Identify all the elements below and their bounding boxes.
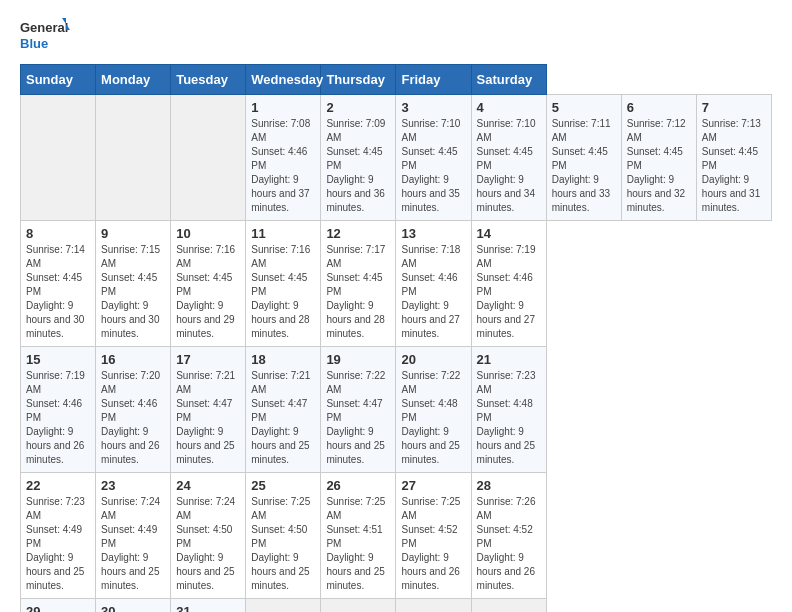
- calendar-day-cell: 19Sunrise: 7:22 AMSunset: 4:47 PMDayligh…: [321, 347, 396, 473]
- calendar-day-cell: 18Sunrise: 7:21 AMSunset: 4:47 PMDayligh…: [246, 347, 321, 473]
- day-number: 2: [326, 100, 390, 115]
- day-info: Sunrise: 7:22 AMSunset: 4:48 PMDaylight:…: [401, 369, 465, 467]
- calendar-day-cell: 2Sunrise: 7:09 AMSunset: 4:45 PMDaylight…: [321, 95, 396, 221]
- calendar-week-row: 15Sunrise: 7:19 AMSunset: 4:46 PMDayligh…: [21, 347, 772, 473]
- day-number: 22: [26, 478, 90, 493]
- calendar-day-cell: 14Sunrise: 7:19 AMSunset: 4:46 PMDayligh…: [471, 221, 546, 347]
- day-info: Sunrise: 7:25 AMSunset: 4:52 PMDaylight:…: [401, 495, 465, 593]
- column-header-monday: Monday: [96, 65, 171, 95]
- day-number: 18: [251, 352, 315, 367]
- svg-text:Blue: Blue: [20, 36, 48, 51]
- day-number: 5: [552, 100, 616, 115]
- column-header-saturday: Saturday: [471, 65, 546, 95]
- day-number: 17: [176, 352, 240, 367]
- calendar-day-cell: 25Sunrise: 7:25 AMSunset: 4:50 PMDayligh…: [246, 473, 321, 599]
- calendar-day-cell: 8Sunrise: 7:14 AMSunset: 4:45 PMDaylight…: [21, 221, 96, 347]
- calendar-day-cell: [321, 599, 396, 613]
- calendar-day-cell: [171, 95, 246, 221]
- day-info: Sunrise: 7:22 AMSunset: 4:47 PMDaylight:…: [326, 369, 390, 467]
- calendar-day-cell: 11Sunrise: 7:16 AMSunset: 4:45 PMDayligh…: [246, 221, 321, 347]
- calendar-day-cell: 3Sunrise: 7:10 AMSunset: 4:45 PMDaylight…: [396, 95, 471, 221]
- day-number: 20: [401, 352, 465, 367]
- day-info: Sunrise: 7:23 AMSunset: 4:48 PMDaylight:…: [477, 369, 541, 467]
- column-header-sunday: Sunday: [21, 65, 96, 95]
- day-number: 25: [251, 478, 315, 493]
- day-info: Sunrise: 7:10 AMSunset: 4:45 PMDaylight:…: [477, 117, 541, 215]
- calendar-day-cell: 5Sunrise: 7:11 AMSunset: 4:45 PMDaylight…: [546, 95, 621, 221]
- calendar-day-cell: 20Sunrise: 7:22 AMSunset: 4:48 PMDayligh…: [396, 347, 471, 473]
- column-header-wednesday: Wednesday: [246, 65, 321, 95]
- day-info: Sunrise: 7:26 AMSunset: 4:52 PMDaylight:…: [477, 495, 541, 593]
- calendar-day-cell: 6Sunrise: 7:12 AMSunset: 4:45 PMDaylight…: [621, 95, 696, 221]
- day-info: Sunrise: 7:10 AMSunset: 4:45 PMDaylight:…: [401, 117, 465, 215]
- logo: General Blue: [20, 16, 70, 56]
- calendar-table: SundayMondayTuesdayWednesdayThursdayFrid…: [20, 64, 772, 612]
- day-number: 9: [101, 226, 165, 241]
- logo-svg: General Blue: [20, 16, 70, 56]
- day-number: 11: [251, 226, 315, 241]
- calendar-day-cell: [246, 599, 321, 613]
- day-number: 15: [26, 352, 90, 367]
- day-info: Sunrise: 7:14 AMSunset: 4:45 PMDaylight:…: [26, 243, 90, 341]
- calendar-day-cell: 12Sunrise: 7:17 AMSunset: 4:45 PMDayligh…: [321, 221, 396, 347]
- day-number: 26: [326, 478, 390, 493]
- calendar-day-cell: 24Sunrise: 7:24 AMSunset: 4:50 PMDayligh…: [171, 473, 246, 599]
- day-info: Sunrise: 7:24 AMSunset: 4:50 PMDaylight:…: [176, 495, 240, 593]
- calendar-week-row: 22Sunrise: 7:23 AMSunset: 4:49 PMDayligh…: [21, 473, 772, 599]
- day-info: Sunrise: 7:23 AMSunset: 4:49 PMDaylight:…: [26, 495, 90, 593]
- svg-text:General: General: [20, 20, 68, 35]
- day-number: 23: [101, 478, 165, 493]
- calendar-day-cell: 30Sunrise: 7:26 AMSunset: 4:54 PMDayligh…: [96, 599, 171, 613]
- day-info: Sunrise: 7:25 AMSunset: 4:51 PMDaylight:…: [326, 495, 390, 593]
- day-info: Sunrise: 7:08 AMSunset: 4:46 PMDaylight:…: [251, 117, 315, 215]
- day-info: Sunrise: 7:17 AMSunset: 4:45 PMDaylight:…: [326, 243, 390, 341]
- day-number: 13: [401, 226, 465, 241]
- day-number: 31: [176, 604, 240, 612]
- day-info: Sunrise: 7:13 AMSunset: 4:45 PMDaylight:…: [702, 117, 766, 215]
- calendar-week-row: 29Sunrise: 7:26 AMSunset: 4:53 PMDayligh…: [21, 599, 772, 613]
- calendar-day-cell: 26Sunrise: 7:25 AMSunset: 4:51 PMDayligh…: [321, 473, 396, 599]
- day-info: Sunrise: 7:11 AMSunset: 4:45 PMDaylight:…: [552, 117, 616, 215]
- column-header-tuesday: Tuesday: [171, 65, 246, 95]
- day-number: 12: [326, 226, 390, 241]
- calendar-day-cell: 13Sunrise: 7:18 AMSunset: 4:46 PMDayligh…: [396, 221, 471, 347]
- header: General Blue: [20, 16, 772, 56]
- day-number: 27: [401, 478, 465, 493]
- calendar-week-row: 1Sunrise: 7:08 AMSunset: 4:46 PMDaylight…: [21, 95, 772, 221]
- day-info: Sunrise: 7:18 AMSunset: 4:46 PMDaylight:…: [401, 243, 465, 341]
- calendar-day-cell: 28Sunrise: 7:26 AMSunset: 4:52 PMDayligh…: [471, 473, 546, 599]
- calendar-day-cell: 23Sunrise: 7:24 AMSunset: 4:49 PMDayligh…: [96, 473, 171, 599]
- calendar-day-cell: 29Sunrise: 7:26 AMSunset: 4:53 PMDayligh…: [21, 599, 96, 613]
- calendar-day-cell: 21Sunrise: 7:23 AMSunset: 4:48 PMDayligh…: [471, 347, 546, 473]
- day-info: Sunrise: 7:16 AMSunset: 4:45 PMDaylight:…: [176, 243, 240, 341]
- day-number: 14: [477, 226, 541, 241]
- day-number: 30: [101, 604, 165, 612]
- calendar-day-cell: 4Sunrise: 7:10 AMSunset: 4:45 PMDaylight…: [471, 95, 546, 221]
- day-number: 1: [251, 100, 315, 115]
- day-number: 24: [176, 478, 240, 493]
- calendar-day-cell: 9Sunrise: 7:15 AMSunset: 4:45 PMDaylight…: [96, 221, 171, 347]
- calendar-day-cell: 1Sunrise: 7:08 AMSunset: 4:46 PMDaylight…: [246, 95, 321, 221]
- day-number: 29: [26, 604, 90, 612]
- day-number: 16: [101, 352, 165, 367]
- day-info: Sunrise: 7:21 AMSunset: 4:47 PMDaylight:…: [251, 369, 315, 467]
- day-info: Sunrise: 7:12 AMSunset: 4:45 PMDaylight:…: [627, 117, 691, 215]
- calendar-day-cell: [96, 95, 171, 221]
- day-number: 6: [627, 100, 691, 115]
- calendar-day-cell: 31Sunrise: 7:26 AMSunset: 4:55 PMDayligh…: [171, 599, 246, 613]
- calendar-day-cell: [471, 599, 546, 613]
- day-info: Sunrise: 7:19 AMSunset: 4:46 PMDaylight:…: [477, 243, 541, 341]
- day-info: Sunrise: 7:24 AMSunset: 4:49 PMDaylight:…: [101, 495, 165, 593]
- calendar-day-cell: 15Sunrise: 7:19 AMSunset: 4:46 PMDayligh…: [21, 347, 96, 473]
- day-info: Sunrise: 7:21 AMSunset: 4:47 PMDaylight:…: [176, 369, 240, 467]
- calendar-day-cell: [396, 599, 471, 613]
- calendar-week-row: 8Sunrise: 7:14 AMSunset: 4:45 PMDaylight…: [21, 221, 772, 347]
- calendar-day-cell: 16Sunrise: 7:20 AMSunset: 4:46 PMDayligh…: [96, 347, 171, 473]
- day-number: 3: [401, 100, 465, 115]
- calendar-day-cell: 27Sunrise: 7:25 AMSunset: 4:52 PMDayligh…: [396, 473, 471, 599]
- day-info: Sunrise: 7:16 AMSunset: 4:45 PMDaylight:…: [251, 243, 315, 341]
- day-number: 21: [477, 352, 541, 367]
- calendar-day-cell: 7Sunrise: 7:13 AMSunset: 4:45 PMDaylight…: [696, 95, 771, 221]
- calendar-day-cell: [21, 95, 96, 221]
- day-number: 28: [477, 478, 541, 493]
